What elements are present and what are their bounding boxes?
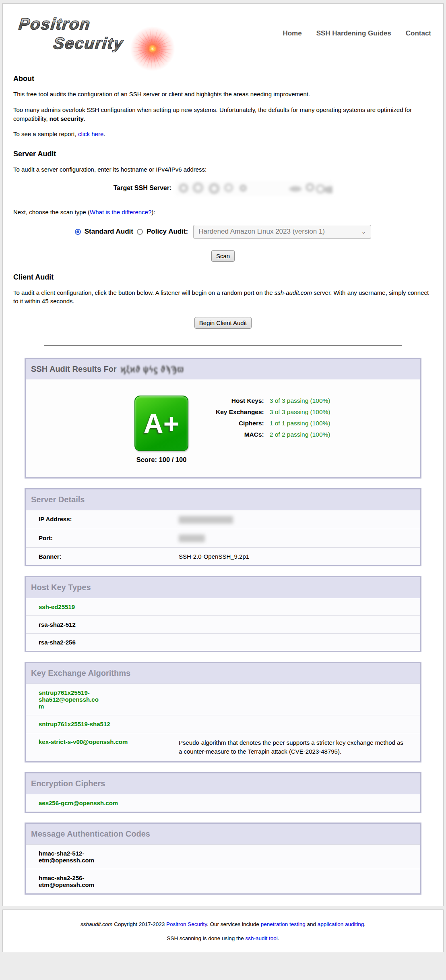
list-item: kex-strict-s-v00@openssh.com Pseudo-algo… [26, 733, 420, 761]
penetration-testing-link[interactable]: penetration testing [261, 921, 306, 927]
target-server-row: Target SSH Server: [13, 181, 433, 196]
redacted-hostname: ϗξϰϑ ψϟϛ ϑϡϠϖ [121, 364, 184, 374]
about-paragraph-3: To see a sample report, click here. [13, 130, 433, 139]
about-p2-suffix: . [84, 115, 85, 122]
server-details-panel: Server Details IP Address: Port: Banner:… [25, 488, 421, 566]
starburst-icon [129, 25, 176, 72]
about-heading: About [13, 75, 433, 83]
standard-audit-radio[interactable] [75, 229, 81, 235]
port-label: Port: [39, 535, 179, 543]
grade-column: A+ Score: 100 / 100 [131, 396, 192, 464]
key-exchange-panel: Key Exchange Algorithms sntrup761x25519-… [25, 662, 421, 762]
score-text: Score: 100 / 100 [131, 456, 192, 464]
encryption-ciphers-header: Encryption Ciphers [26, 773, 420, 794]
logo-word-positron: Positron [18, 16, 91, 32]
stat-label-key-exchanges: Key Exchanges: [216, 408, 264, 416]
key-exchange-header: Key Exchange Algorithms [26, 663, 420, 684]
sample-report-text: To see a sample report, [13, 131, 78, 137]
host-key-types-panel: Host Key Types ssh-ed25519 rsa-sha2-512 … [25, 576, 421, 652]
list-item: ssh-ed25519 [26, 598, 420, 615]
redaction-blob [179, 516, 233, 524]
list-item: hmac-sha2-256-etm@openssh.com [26, 869, 420, 893]
policy-select-value: Hardened Amazon Linux 2023 (version 1) [198, 228, 325, 236]
kex-algorithm-description: Pseudo-algorithm that denotes the peer s… [179, 738, 420, 756]
footer-period: . [364, 921, 365, 927]
scan-type-options-row: Standard Audit Policy Audit: Hardened Am… [13, 225, 433, 239]
standard-audit-label[interactable]: Standard Audit [85, 228, 133, 236]
footer-scanning-text: SSH scanning is done using the [167, 935, 245, 941]
list-item: hmac-sha2-512-etm@openssh.com [26, 844, 420, 869]
nav-home[interactable]: Home [283, 29, 301, 37]
footer-copyright-text: Copyright 2017-2023 [112, 921, 166, 927]
client-audit-paragraph: To audit a client configuration, click t… [13, 288, 433, 306]
stat-label-macs: MACs: [216, 431, 264, 438]
stat-value-macs: 2 of 2 passing (100%) [270, 431, 330, 438]
application-auditing-link[interactable]: application auditing [318, 921, 364, 927]
scan-type-text: Next, choose the scan type ( [13, 209, 90, 215]
redaction-blob [179, 535, 205, 542]
list-item: aes256-gcm@openssh.com [26, 794, 420, 812]
port-value-redacted [179, 535, 420, 543]
footer-services-text: . Our services include [207, 921, 261, 927]
banner-label: Banner: [39, 553, 179, 560]
kex-algorithm-name: sntrup761x25519-sha512@openssh.com [39, 689, 104, 710]
results-stats: Host Keys: 3 of 3 passing (100%) Key Exc… [216, 397, 330, 464]
about-paragraph-1: This free tool audits the configuration … [13, 90, 433, 99]
table-row: IP Address: [26, 510, 420, 529]
main-page-card: Positron Security Home SSH Hardening Gui… [2, 3, 444, 906]
results-title: SSH Audit Results For [31, 365, 117, 374]
encryption-ciphers-panel: Encryption Ciphers aes256-gcm@openssh.co… [25, 772, 421, 813]
host-key-types-header: Host Key Types [26, 577, 420, 598]
kex-algorithm-name: sntrup761x25519-sha512 [39, 721, 420, 727]
mac-name: hmac-sha2-256-etm@openssh.com [39, 874, 104, 888]
sample-report-suffix: . [103, 131, 105, 137]
begin-client-audit-button[interactable]: Begin Client Audit [194, 317, 252, 329]
macs-panel: Message Authentication Codes hmac-sha2-5… [25, 823, 421, 895]
macs-header: Message Authentication Codes [26, 824, 420, 844]
nav-ssh-hardening-guides[interactable]: SSH Hardening Guides [316, 29, 391, 37]
list-item: rsa-sha2-256 [26, 633, 420, 651]
mac-name: hmac-sha2-512-etm@openssh.com [39, 850, 104, 864]
client-audit-site-em: ssh-audit.com [275, 289, 312, 296]
about-p2-bold: not security [50, 115, 84, 122]
policy-audit-label[interactable]: Policy Audit: [147, 228, 188, 236]
chevron-down-icon: ⌄ [361, 229, 366, 234]
positron-security-link[interactable]: Positron Security [166, 921, 207, 927]
policy-select[interactable]: Hardened Amazon Linux 2023 (version 1) ⌄ [193, 225, 371, 239]
footer-line-1: sshaudit.com Copyright 2017-2023 Positro… [11, 921, 435, 927]
ip-address-value-redacted [179, 516, 420, 524]
about-paragraph-2: Too many admins overlook SSH configurati… [13, 106, 433, 123]
target-server-input-redacted[interactable] [175, 181, 332, 196]
table-row: Port: [26, 529, 420, 548]
main-nav: Home SSH Hardening Guides Contact [283, 14, 431, 37]
nav-contact[interactable]: Contact [406, 29, 431, 37]
list-item: sntrup761x25519-sha512@openssh.com [26, 684, 420, 715]
site-header: Positron Security Home SSH Hardening Gui… [3, 4, 443, 63]
sample-report-link[interactable]: click here [78, 131, 103, 137]
stat-label-host-keys: Host Keys: [216, 397, 264, 404]
host-key-name: ssh-ed25519 [39, 603, 420, 610]
logo-word-security: Security [53, 35, 124, 51]
scan-button[interactable]: Scan [211, 250, 235, 262]
stat-value-ciphers: 1 of 1 passing (100%) [270, 420, 330, 427]
stat-value-key-exchanges: 3 of 3 passing (100%) [270, 408, 330, 416]
server-audit-intro: To audit a server configuration, enter i… [13, 165, 433, 174]
kex-algorithm-name: kex-strict-s-v00@openssh.com [39, 738, 179, 756]
footer-site-name: sshaudit.com [81, 921, 113, 927]
footer: sshaudit.com Copyright 2017-2023 Positro… [2, 910, 444, 952]
cipher-name: aes256-gcm@openssh.com [39, 800, 420, 806]
results-body: A+ Score: 100 / 100 Host Keys: 3 of 3 pa… [26, 379, 420, 477]
scan-type-suffix: ): [151, 209, 155, 215]
grade-badge: A+ [134, 396, 188, 451]
scan-type-difference-link[interactable]: What is the difference? [90, 209, 151, 215]
footer-scanning-period: . [278, 935, 279, 941]
results-panel-header: SSH Audit Results For ϗξϰϑ ψϟϛ ϑϡϠϖ [26, 359, 420, 379]
server-audit-heading: Server Audit [13, 150, 433, 158]
results-separator [44, 345, 402, 346]
positron-security-logo: Positron Security [13, 14, 174, 59]
ip-address-label: IP Address: [39, 516, 179, 524]
target-server-label: Target SSH Server: [114, 184, 172, 192]
policy-audit-radio[interactable] [137, 229, 143, 235]
ssh-audit-tool-link[interactable]: ssh-audit tool [246, 935, 278, 941]
footer-line-2: SSH scanning is done using the ssh-audit… [11, 935, 435, 941]
